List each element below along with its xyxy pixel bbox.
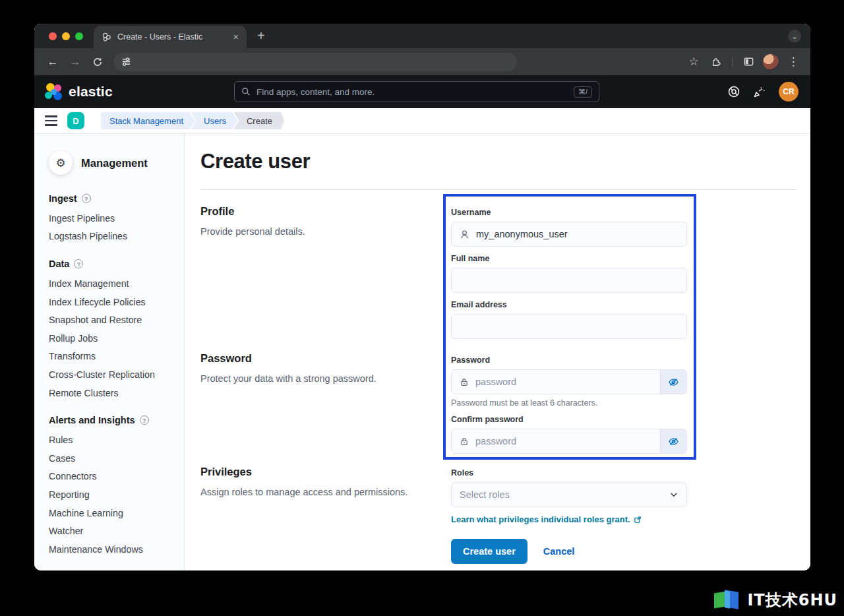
username-label: Username — [451, 208, 687, 217]
chevron-down-icon — [669, 490, 678, 499]
sidebar-item-reporting[interactable]: Reporting — [49, 485, 175, 504]
password-description: Protect your data with a strong password… — [200, 373, 431, 384]
sidebar-item-machine-learning[interactable]: Machine Learning — [49, 504, 175, 522]
back-icon[interactable]: ← — [44, 53, 62, 71]
browser-menu-icon[interactable]: ⋮ — [784, 53, 802, 71]
page-title: Create user — [200, 150, 310, 173]
gear-icon: ⚙ — [49, 151, 73, 175]
traffic-lights — [49, 32, 83, 40]
section-heading-data: Data — [49, 259, 69, 269]
username-input[interactable] — [476, 229, 678, 239]
minimize-window-button[interactable] — [62, 32, 70, 40]
browser-profile-avatar[interactable] — [762, 53, 780, 71]
full-name-input[interactable] — [460, 275, 678, 286]
tab-title: Create - Users - Elastic — [117, 32, 227, 42]
extensions-icon[interactable] — [707, 53, 725, 71]
sidebar-item-cross-cluster-replication[interactable]: Cross-Cluster Replication — [49, 365, 175, 384]
watermark: IT技术6HU — [713, 588, 837, 612]
watermark-logo-icon — [713, 588, 741, 612]
password-heading: Password — [200, 352, 431, 365]
management-sidebar: ⚙ Management Ingest ? Ingest Pipelines L… — [34, 134, 185, 570]
tab-search-button[interactable]: ⌄ — [788, 30, 801, 43]
breadcrumb-create: Create — [233, 112, 284, 129]
help-circle-icon[interactable]: ? — [82, 194, 91, 203]
elastic-logo-icon[interactable] — [45, 83, 63, 101]
help-icon[interactable] — [727, 85, 740, 98]
toggle-password-visibility-button[interactable] — [660, 429, 686, 453]
sidebar-item-snapshot-and-restore[interactable]: Snapshot and Restore — [49, 311, 175, 329]
confirm-password-label: Confirm password — [451, 415, 687, 424]
sidebar-item-logstash-pipelines[interactable]: Logstash Pipelines — [49, 228, 175, 246]
sidebar-item-remote-clusters[interactable]: Remote Clusters — [49, 384, 175, 402]
toggle-password-visibility-button[interactable] — [660, 370, 686, 394]
lock-icon — [460, 437, 469, 447]
browser-window: Create - Users - Elastic × + ⌄ ← → ☆ — [34, 24, 810, 570]
watermark-text: IT技术6HU — [747, 590, 837, 611]
elastic-favicon-icon — [102, 32, 111, 42]
email-input[interactable] — [460, 321, 678, 332]
forward-icon[interactable]: → — [66, 53, 84, 71]
newsfeed-icon[interactable] — [753, 85, 766, 98]
lock-icon — [460, 377, 469, 387]
profile-heading: Profile — [200, 205, 431, 218]
search-icon — [241, 87, 251, 96]
roles-select[interactable]: Select roles — [451, 482, 687, 507]
sidebar-title: Management — [81, 157, 148, 169]
help-circle-icon[interactable]: ? — [140, 416, 149, 425]
section-heading-alerts-and-insights: Alerts and Insights — [49, 415, 135, 425]
breadcrumb-bar: D Stack Management Users Create — [34, 108, 810, 134]
sidebar-item-ingest-pipelines[interactable]: Ingest Pipelines — [49, 209, 175, 228]
full-name-label: Full name — [451, 254, 687, 263]
privileges-heading: Privileges — [200, 466, 431, 478]
password-input[interactable] — [475, 377, 653, 387]
user-icon — [460, 230, 469, 239]
roles-placeholder: Select roles — [460, 489, 669, 500]
address-bar[interactable] — [113, 53, 517, 71]
sidebar-item-index-management[interactable]: Index Management — [49, 274, 175, 293]
breadcrumb-users[interactable]: Users — [191, 112, 238, 129]
sidebar-item-index-lifecycle-policies[interactable]: Index Lifecycle Policies — [49, 293, 175, 311]
zoom-window-button[interactable] — [75, 32, 83, 40]
external-link-icon — [634, 516, 642, 524]
confirm-password-input[interactable] — [475, 436, 653, 447]
sidebar-item-rollup-jobs[interactable]: Rollup Jobs — [49, 329, 175, 348]
create-user-button[interactable]: Create user — [451, 539, 528, 564]
new-tab-button[interactable]: + — [257, 28, 265, 44]
side-panel-icon[interactable] — [739, 53, 758, 71]
space-badge[interactable]: D — [67, 112, 84, 129]
breadcrumb-stack-management[interactable]: Stack Management — [101, 112, 195, 129]
section-heading-ingest: Ingest — [49, 193, 77, 204]
cancel-button[interactable]: Cancel — [543, 546, 575, 557]
roles-label: Roles — [451, 468, 687, 477]
password-label: Password — [451, 355, 687, 365]
sidebar-item-rules[interactable]: Rules — [49, 431, 175, 449]
privileges-docs-link[interactable]: Learn what privileges individual roles g… — [451, 514, 687, 524]
create-user-page: Create user Profile Provide personal det… — [185, 134, 810, 570]
profile-description: Provide personal details. — [200, 226, 431, 237]
nav-menu-icon[interactable] — [45, 115, 57, 125]
breadcrumb: Stack Management Users Create — [101, 112, 284, 129]
help-circle-icon[interactable]: ? — [74, 259, 83, 268]
sidebar-item-cases[interactable]: Cases — [49, 449, 175, 468]
toolbar-divider — [732, 57, 733, 67]
global-search-input[interactable]: Find apps, content, and more. ⌘/ — [234, 81, 599, 102]
sidebar-item-watcher[interactable]: Watcher — [49, 522, 175, 540]
reload-icon[interactable] — [88, 53, 107, 71]
privileges-description: Assign roles to manage access and permis… — [200, 487, 431, 497]
elastic-brand[interactable]: elastic — [69, 84, 113, 100]
close-tab-icon[interactable]: × — [233, 32, 239, 42]
close-window-button[interactable] — [49, 32, 57, 40]
search-placeholder: Find apps, content, and more. — [256, 87, 568, 97]
user-avatar[interactable]: CR — [779, 82, 799, 102]
browser-toolbar: ← → ☆ — [34, 48, 810, 75]
bookmark-star-icon[interactable]: ☆ — [684, 53, 703, 71]
sidebar-item-maintenance-windows[interactable]: Maintenance Windows — [49, 540, 175, 559]
title-divider — [200, 189, 796, 190]
tab-strip: Create - Users - Elastic × + ⌄ — [34, 24, 810, 48]
sidebar-item-connectors[interactable]: Connectors — [49, 468, 175, 486]
tune-icon[interactable] — [121, 57, 131, 67]
search-shortcut-badge: ⌘/ — [574, 86, 592, 98]
sidebar-item-transforms[interactable]: Transforms — [49, 348, 175, 366]
password-help-text: Password must be at least 6 characters. — [451, 398, 687, 408]
browser-tab[interactable]: Create - Users - Elastic × — [94, 26, 247, 48]
